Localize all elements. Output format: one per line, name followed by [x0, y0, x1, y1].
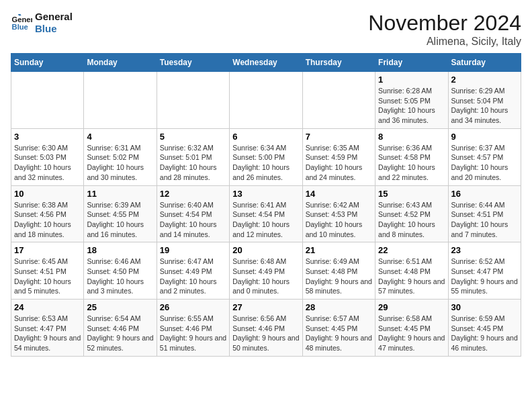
day-cell: 5Sunrise: 6:32 AMSunset: 5:01 PMDaylight…	[157, 128, 229, 185]
day-number: 6	[232, 132, 299, 142]
day-info: Sunrise: 6:43 AMSunset: 4:52 PMDaylight:…	[378, 200, 445, 240]
week-row-3: 10Sunrise: 6:38 AMSunset: 4:56 PMDayligh…	[11, 185, 521, 242]
weekday-header-friday: Friday	[375, 54, 448, 72]
day-number: 2	[451, 75, 518, 85]
week-row-5: 24Sunrise: 6:53 AMSunset: 4:47 PMDayligh…	[11, 300, 521, 357]
day-info: Sunrise: 6:46 AMSunset: 4:50 PMDaylight:…	[87, 257, 153, 296]
day-cell: 24Sunrise: 6:53 AMSunset: 4:47 PMDayligh…	[11, 300, 84, 357]
day-info: Sunrise: 6:36 AMSunset: 4:58 PMDaylight:…	[378, 143, 445, 183]
day-cell: 2Sunrise: 6:29 AMSunset: 5:04 PMDaylight…	[448, 72, 521, 129]
day-cell: 10Sunrise: 6:38 AMSunset: 4:56 PMDayligh…	[11, 185, 84, 242]
day-number: 3	[14, 132, 81, 142]
day-number: 15	[378, 189, 445, 199]
day-number: 12	[160, 189, 226, 199]
header: General Blue General Blue November 2024 …	[11, 11, 521, 48]
day-number: 26	[160, 302, 226, 312]
day-info: Sunrise: 6:31 AMSunset: 5:02 PMDaylight:…	[87, 143, 153, 183]
day-info: Sunrise: 6:42 AMSunset: 4:53 PMDaylight:…	[306, 200, 372, 240]
day-number: 10	[14, 189, 81, 199]
weekday-header-sunday: Sunday	[11, 54, 84, 72]
day-info: Sunrise: 6:37 AMSunset: 4:57 PMDaylight:…	[451, 143, 518, 183]
day-number: 11	[87, 189, 153, 199]
day-number: 29	[378, 302, 445, 312]
day-cell: 4Sunrise: 6:31 AMSunset: 5:02 PMDaylight…	[84, 128, 157, 185]
day-cell: 6Sunrise: 6:34 AMSunset: 5:00 PMDaylight…	[230, 128, 302, 185]
day-cell: 11Sunrise: 6:39 AMSunset: 4:55 PMDayligh…	[84, 185, 157, 242]
day-info: Sunrise: 6:55 AMSunset: 4:46 PMDaylight:…	[160, 314, 226, 353]
day-number: 5	[160, 132, 226, 142]
weekday-header-monday: Monday	[84, 54, 157, 72]
day-cell	[157, 72, 229, 129]
day-cell: 29Sunrise: 6:58 AMSunset: 4:45 PMDayligh…	[375, 300, 448, 357]
day-number: 19	[160, 245, 226, 255]
calendar-table: SundayMondayTuesdayWednesdayThursdayFrid…	[11, 53, 521, 357]
day-number: 27	[232, 302, 299, 312]
logo-line2: Blue	[35, 23, 73, 35]
day-cell: 25Sunrise: 6:54 AMSunset: 4:46 PMDayligh…	[84, 300, 157, 357]
day-number: 13	[232, 189, 299, 199]
day-cell: 14Sunrise: 6:42 AMSunset: 4:53 PMDayligh…	[302, 185, 375, 242]
day-cell: 18Sunrise: 6:46 AMSunset: 4:50 PMDayligh…	[84, 242, 157, 300]
day-info: Sunrise: 6:45 AMSunset: 4:51 PMDaylight:…	[14, 257, 81, 296]
day-info: Sunrise: 6:51 AMSunset: 4:48 PMDaylight:…	[378, 257, 445, 296]
day-cell: 17Sunrise: 6:45 AMSunset: 4:51 PMDayligh…	[11, 242, 84, 300]
day-info: Sunrise: 6:52 AMSunset: 4:47 PMDaylight:…	[451, 257, 518, 296]
day-cell	[302, 72, 375, 129]
day-cell: 26Sunrise: 6:55 AMSunset: 4:46 PMDayligh…	[157, 300, 229, 357]
day-info: Sunrise: 6:44 AMSunset: 4:51 PMDaylight:…	[451, 200, 518, 240]
day-info: Sunrise: 6:59 AMSunset: 4:45 PMDaylight:…	[451, 314, 518, 353]
day-number: 20	[232, 245, 299, 255]
week-row-2: 3Sunrise: 6:30 AMSunset: 5:03 PMDaylight…	[11, 128, 521, 185]
day-cell: 28Sunrise: 6:57 AMSunset: 4:45 PMDayligh…	[302, 300, 375, 357]
day-info: Sunrise: 6:58 AMSunset: 4:45 PMDaylight:…	[378, 314, 445, 353]
day-number: 23	[451, 245, 518, 255]
day-info: Sunrise: 6:40 AMSunset: 4:54 PMDaylight:…	[160, 200, 226, 240]
day-cell: 7Sunrise: 6:35 AMSunset: 4:59 PMDaylight…	[302, 128, 375, 185]
day-cell: 3Sunrise: 6:30 AMSunset: 5:03 PMDaylight…	[11, 128, 84, 185]
day-cell	[11, 72, 84, 129]
day-info: Sunrise: 6:32 AMSunset: 5:01 PMDaylight:…	[160, 143, 226, 183]
day-number: 30	[451, 302, 518, 312]
month-title: November 2024	[368, 11, 521, 36]
title-area: November 2024 Alimena, Sicily, Italy	[368, 11, 521, 48]
day-number: 28	[306, 302, 372, 312]
week-row-1: 1Sunrise: 6:28 AMSunset: 5:05 PMDaylight…	[11, 72, 521, 129]
day-number: 18	[87, 245, 153, 255]
weekday-header-row: SundayMondayTuesdayWednesdayThursdayFrid…	[11, 54, 521, 72]
day-info: Sunrise: 6:38 AMSunset: 4:56 PMDaylight:…	[14, 200, 81, 240]
day-number: 25	[87, 302, 153, 312]
day-cell: 23Sunrise: 6:52 AMSunset: 4:47 PMDayligh…	[448, 242, 521, 300]
weekday-header-saturday: Saturday	[448, 54, 521, 72]
day-number: 14	[306, 189, 372, 199]
day-number: 9	[451, 132, 518, 142]
day-info: Sunrise: 6:54 AMSunset: 4:46 PMDaylight:…	[87, 314, 153, 353]
day-number: 21	[306, 245, 372, 255]
weekday-header-wednesday: Wednesday	[230, 54, 302, 72]
day-info: Sunrise: 6:56 AMSunset: 4:46 PMDaylight:…	[232, 314, 299, 353]
day-cell	[84, 72, 157, 129]
location-subtitle: Alimena, Sicily, Italy	[368, 36, 521, 48]
day-info: Sunrise: 6:39 AMSunset: 4:55 PMDaylight:…	[87, 200, 153, 240]
day-number: 8	[378, 132, 445, 142]
day-cell: 19Sunrise: 6:47 AMSunset: 4:49 PMDayligh…	[157, 242, 229, 300]
day-info: Sunrise: 6:35 AMSunset: 4:59 PMDaylight:…	[306, 143, 372, 183]
day-info: Sunrise: 6:28 AMSunset: 5:05 PMDaylight:…	[378, 86, 445, 126]
weekday-header-tuesday: Tuesday	[157, 54, 229, 72]
logo-icon: General Blue	[11, 13, 32, 32]
svg-text:Blue: Blue	[12, 23, 28, 31]
day-cell: 22Sunrise: 6:51 AMSunset: 4:48 PMDayligh…	[375, 242, 448, 300]
weekday-header-thursday: Thursday	[302, 54, 375, 72]
svg-text:General: General	[12, 15, 32, 24]
day-cell: 9Sunrise: 6:37 AMSunset: 4:57 PMDaylight…	[448, 128, 521, 185]
day-info: Sunrise: 6:30 AMSunset: 5:03 PMDaylight:…	[14, 143, 81, 183]
day-cell: 21Sunrise: 6:49 AMSunset: 4:48 PMDayligh…	[302, 242, 375, 300]
day-cell: 12Sunrise: 6:40 AMSunset: 4:54 PMDayligh…	[157, 185, 229, 242]
logo: General Blue General Blue	[11, 11, 73, 35]
day-info: Sunrise: 6:41 AMSunset: 4:54 PMDaylight:…	[232, 200, 299, 240]
day-info: Sunrise: 6:49 AMSunset: 4:48 PMDaylight:…	[306, 257, 372, 296]
day-cell: 27Sunrise: 6:56 AMSunset: 4:46 PMDayligh…	[230, 300, 302, 357]
day-number: 16	[451, 189, 518, 199]
day-cell: 1Sunrise: 6:28 AMSunset: 5:05 PMDaylight…	[375, 72, 448, 129]
day-info: Sunrise: 6:47 AMSunset: 4:49 PMDaylight:…	[160, 257, 226, 296]
day-cell: 20Sunrise: 6:48 AMSunset: 4:49 PMDayligh…	[230, 242, 302, 300]
